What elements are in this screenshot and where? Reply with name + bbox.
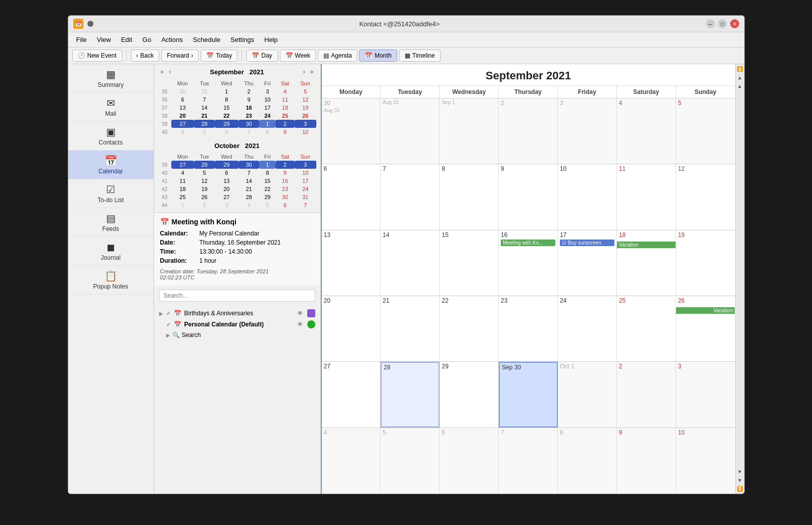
scroll-top[interactable]: ▲ — [736, 74, 743, 81]
cal-day[interactable]: 13 — [215, 177, 238, 185]
cal-cell[interactable]: 4 — [322, 428, 381, 494]
cal-day[interactable]: 21 — [238, 185, 260, 193]
cal-cell[interactable]: 25 — [617, 296, 676, 361]
cal-cell[interactable]: 10 — [558, 164, 617, 229]
cal-day[interactable]: 11 — [275, 96, 295, 104]
cal-event-vacation[interactable]: Vacation — [617, 242, 676, 248]
sidebar-item-contacts[interactable]: ▣ Contacts — [68, 122, 154, 151]
sidebar-item-mail[interactable]: ✉ Mail — [68, 93, 154, 122]
cal-cell[interactable]: 29 — [440, 362, 499, 427]
cal-cell[interactable]: Aug 31 — [380, 99, 440, 164]
cal-day[interactable]: 18 — [171, 185, 194, 193]
scroll-bottom[interactable]: ▼ — [736, 476, 743, 484]
cal-day[interactable]: 8 — [259, 128, 275, 136]
cal-day[interactable]: 4 — [275, 87, 295, 96]
sep-next-next-button[interactable]: » — [308, 67, 316, 76]
cal-day[interactable]: 25 — [275, 112, 295, 120]
cal-day[interactable]: 15 — [215, 104, 238, 112]
cal-cell[interactable]: 8 — [558, 428, 617, 494]
cal-cell[interactable]: 19 — [676, 230, 735, 296]
agenda-button[interactable]: ▤ Agenda — [318, 50, 357, 62]
cal-day[interactable]: 24 — [259, 112, 275, 120]
cal-cell[interactable]: 26 Vacation — [676, 296, 735, 361]
cal-day[interactable]: 6 — [171, 96, 194, 104]
cal-day-selected[interactable]: 2 — [275, 161, 295, 169]
cal-day[interactable]: 31 — [194, 87, 215, 96]
cal-cell[interactable]: 5 — [380, 428, 440, 494]
cal-day[interactable]: 22 — [215, 112, 238, 120]
cal-cell[interactable]: Sep 1 — [440, 99, 499, 164]
cal-day[interactable]: 11 — [171, 177, 194, 185]
cal-day[interactable]: 7 — [295, 201, 316, 209]
scroll-down[interactable]: ▼ — [736, 468, 743, 475]
cal-day[interactable]: 14 — [238, 177, 260, 185]
today-button[interactable]: 📅 Today — [201, 50, 237, 62]
cal-cell[interactable]: 9 — [617, 428, 676, 494]
cal-day[interactable]: 4 — [238, 201, 260, 209]
cal-day[interactable]: 12 — [194, 177, 215, 185]
cal-cell[interactable]: 21 — [380, 296, 440, 361]
cal-cell[interactable]: 23 — [499, 296, 558, 361]
cal-day-selected[interactable]: 27 — [171, 161, 194, 169]
cal-cell[interactable]: 20 — [322, 296, 381, 361]
cal-day[interactable]: 8 — [215, 96, 238, 104]
cal-day[interactable]: 3 — [259, 87, 275, 96]
cal-day[interactable]: 10 — [259, 96, 275, 104]
cal-day[interactable]: 15 — [259, 177, 275, 185]
sidebar-item-summary[interactable]: ▦ Summary — [68, 64, 154, 93]
sep-prev-button[interactable]: ‹ — [166, 67, 173, 76]
cal-day-selected[interactable]: 3 — [295, 120, 316, 128]
cal-cell[interactable]: 7 — [380, 164, 440, 229]
cal-day[interactable]: 1 — [215, 87, 238, 96]
cal-day-selected[interactable]: 28 — [194, 120, 215, 128]
back-button[interactable]: ‹ Back — [131, 50, 160, 62]
cal-cell[interactable]: 8 — [440, 164, 499, 229]
cal-cell[interactable]: 9 — [499, 164, 558, 229]
cal-day[interactable]: 5 — [194, 128, 215, 136]
cal-day-selected[interactable]: 28 — [194, 161, 215, 169]
cal-day[interactable]: 7 — [238, 128, 260, 136]
cal-day[interactable]: 12 — [295, 96, 316, 104]
forward-button[interactable]: Forward › — [161, 50, 199, 62]
cal-day[interactable]: 26 — [194, 193, 215, 201]
cal-cell-selected[interactable]: Sep 30 — [499, 362, 558, 427]
cal-toggle-dot[interactable] — [307, 320, 315, 328]
cal-cell[interactable]: 3 — [558, 99, 617, 164]
cal-day[interactable]: 5 — [194, 169, 215, 177]
close-button[interactable]: ✕ — [730, 19, 739, 28]
new-event-button[interactable]: 🕐 New Event — [72, 50, 122, 62]
cal-cell[interactable]: 11 — [617, 164, 676, 229]
sidebar-item-todo[interactable]: ☑ To-do List — [68, 179, 154, 208]
cal-day[interactable]: 26 — [295, 112, 316, 120]
cal-cell[interactable]: 6 — [440, 428, 499, 494]
cal-day[interactable]: 7 — [238, 169, 260, 177]
scroll-bottom-bottom[interactable]: ⏬ — [736, 485, 744, 493]
cal-cell-today[interactable]: 28 — [380, 362, 440, 427]
cal-day[interactable]: 18 — [275, 104, 295, 112]
cal-day[interactable]: 6 — [275, 201, 295, 209]
cal-day-today[interactable]: 1 — [259, 161, 275, 169]
cal-cell[interactable]: 6 — [322, 164, 381, 229]
cal-day[interactable]: 30 — [275, 193, 295, 201]
cal-day[interactable]: 10 — [295, 128, 316, 136]
cal-day[interactable]: 4 — [171, 169, 194, 177]
cal-day[interactable]: 9 — [238, 96, 260, 104]
cal-day[interactable]: 16 — [238, 104, 260, 112]
cal-day[interactable]: 22 — [259, 185, 275, 193]
cal-cell[interactable]: 5 — [676, 99, 735, 164]
day-button[interactable]: 📅 Day — [246, 50, 277, 62]
menu-settings[interactable]: Settings — [226, 34, 258, 45]
cal-day[interactable]: 24 — [295, 185, 316, 193]
cal-day[interactable]: 7 — [194, 96, 215, 104]
cal-day-selected[interactable]: 27 — [171, 120, 194, 128]
cal-day[interactable]: 6 — [215, 128, 238, 136]
sep-prev-prev-button[interactable]: « — [158, 67, 167, 76]
cal-day[interactable]: 30 — [171, 87, 194, 96]
cal-event-buy-sunscreen[interactable]: ☑ Buy sunscreen — [560, 240, 614, 246]
cal-cell[interactable]: 2 — [617, 362, 676, 427]
cal-cell[interactable]: 13 — [322, 230, 381, 296]
cal-day[interactable]: 19 — [194, 185, 215, 193]
cal-cell[interactable]: 4 — [617, 99, 676, 164]
cal-cell[interactable]: 22 — [440, 296, 499, 361]
cal-day[interactable]: 1 — [171, 201, 194, 209]
